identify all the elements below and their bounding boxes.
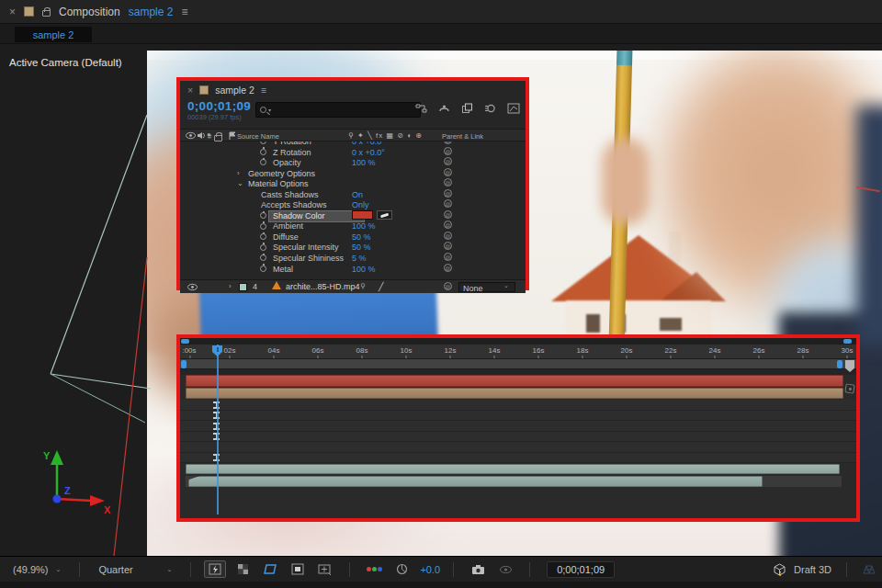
scroll-handle-right[interactable] [843, 339, 852, 344]
close-tab-icon[interactable]: × [9, 6, 16, 18]
layer-label-swatch[interactable] [239, 283, 247, 291]
eyedropper-icon[interactable] [377, 210, 392, 220]
twirl-icon[interactable]: ⌄ [237, 179, 243, 187]
parent-whip-icon[interactable]: @ [444, 178, 452, 187]
property-value[interactable]: On [352, 190, 363, 199]
fast-previews-button[interactable] [204, 560, 226, 578]
layer-source-name[interactable]: archite...85-HD.mp4 [286, 282, 360, 291]
draft-3d-label[interactable]: Draft 3D [794, 564, 831, 575]
work-area-bar[interactable] [180, 359, 856, 369]
stopwatch-icon[interactable] [260, 244, 266, 251]
property-value[interactable]: 50 % [352, 243, 371, 252]
track-row[interactable] [180, 432, 856, 443]
parent-whip-icon[interactable]: @ [444, 199, 452, 208]
label-flag-icon[interactable] [229, 131, 235, 140]
take-snapshot-button[interactable] [467, 560, 489, 578]
property-row[interactable]: Metal100 %@ [180, 264, 526, 275]
composition-name[interactable]: sample 2 [129, 6, 174, 18]
parent-whip-icon[interactable]: @ [444, 220, 452, 229]
current-timecode[interactable]: 0;00;01;09 [187, 99, 251, 113]
parent-whip-icon[interactable]: @ [444, 157, 452, 165]
show-snapshot-button[interactable] [494, 560, 516, 578]
parent-whip-icon[interactable]: @ [444, 264, 452, 272]
stopwatch-icon[interactable] [260, 159, 266, 165]
property-value[interactable]: 100 % [352, 265, 376, 274]
property-row[interactable]: Z Rotation0 x +0.0°@ [180, 147, 526, 158]
property-value[interactable]: 0 x +0.0° [352, 148, 385, 157]
timeline-panel-tab[interactable]: × sample 2 ≡ [180, 81, 526, 99]
property-row[interactable]: Ambient100 %@ [180, 220, 526, 232]
track-row[interactable] [180, 421, 856, 432]
property-value[interactable]: Only [352, 200, 369, 209]
resolution-dropdown[interactable]: Quarter ⌄ [93, 562, 177, 577]
property-row[interactable]: Specular Intensity50 %@ [180, 242, 526, 253]
search-input[interactable]: ▾ [255, 102, 421, 118]
exposure-value[interactable]: +0.0 [420, 564, 440, 575]
roi-button[interactable] [259, 560, 281, 578]
lock-icon[interactable] [42, 10, 51, 17]
parent-whip-icon[interactable]: @ [444, 189, 452, 198]
3d-layer-icon[interactable]: ⚲ [360, 282, 366, 290]
quality-icon[interactable]: ╱ [379, 282, 383, 291]
timeline-options-icon[interactable] [844, 383, 854, 393]
property-row[interactable]: Specular Shininess5 %@ [180, 253, 526, 264]
layer-bar-teal-short[interactable] [188, 476, 763, 487]
chevron-down-icon[interactable]: ⌄ [503, 282, 509, 289]
magnification-dropdown[interactable]: (49.9%) ⌄ [7, 562, 66, 577]
eye-icon[interactable] [187, 283, 198, 291]
eye-icon[interactable] [186, 131, 196, 140]
property-row[interactable]: Shadow Color@ [180, 210, 526, 221]
layer-bar-teal-long[interactable] [186, 464, 840, 474]
source-name-column-header[interactable]: Source Name [237, 132, 279, 141]
property-row[interactable]: Accepts ShadowsOnly@ [180, 199, 526, 210]
panel-menu-icon[interactable]: ≡ [261, 85, 266, 96]
mask-visibility-button[interactable] [287, 560, 309, 578]
property-row[interactable]: Diffuse50 %@ [180, 232, 526, 243]
graph-editor-icon[interactable] [507, 103, 520, 114]
region-of-interest-button[interactable] [314, 560, 336, 578]
work-area-end-handle[interactable] [837, 360, 842, 368]
stopwatch-icon[interactable] [260, 266, 266, 272]
preview-timecode[interactable]: 0;00;01;09 [547, 561, 615, 578]
expand-layer-icon[interactable]: › [229, 282, 232, 290]
property-value[interactable]: 0 x +0.0° [352, 141, 385, 146]
close-panel-icon[interactable]: × [187, 85, 193, 96]
parent-whip-icon[interactable]: @ [444, 141, 452, 144]
property-row[interactable]: Opacity100 %@ [180, 157, 526, 168]
lock-column-icon[interactable] [214, 135, 222, 141]
stopwatch-icon[interactable] [260, 212, 266, 219]
parent-whip-icon[interactable]: @ [444, 210, 452, 219]
property-row[interactable]: Casts ShadowsOn@ [180, 189, 526, 200]
motion-blur-icon[interactable] [484, 103, 496, 114]
stopwatch-icon[interactable] [260, 254, 266, 261]
work-area-start-handle[interactable] [181, 360, 187, 368]
stopwatch-icon[interactable] [260, 149, 266, 155]
parent-whip-icon[interactable]: @ [444, 253, 452, 261]
layer-bar-red[interactable] [186, 375, 843, 387]
track-row[interactable] [180, 411, 856, 422]
shadow-color-swatch[interactable] [352, 210, 373, 220]
property-value[interactable]: 5 % [352, 254, 367, 263]
parent-whip-icon[interactable]: @ [444, 242, 452, 250]
exposure-reset-button[interactable] [390, 560, 413, 578]
track-row[interactable] [180, 453, 856, 464]
panel-menu-icon[interactable]: ≡ [181, 6, 187, 18]
parent-link-column-header[interactable]: Parent & Link [442, 132, 483, 141]
layer-bar-tan[interactable] [186, 388, 843, 399]
parent-whip-icon[interactable]: @ [444, 232, 452, 240]
parent-whip-icon[interactable]: @ [444, 282, 452, 290]
stopwatch-icon[interactable] [260, 141, 266, 144]
layer-row[interactable]: › 4 archite...85-HD.mp4 ⚲ ╱ @ None ⌄ [180, 279, 526, 293]
tab-sample2[interactable]: sample 2 [15, 27, 92, 42]
stopwatch-icon[interactable] [260, 233, 266, 240]
track-row[interactable] [180, 442, 856, 453]
frame-blending-icon[interactable] [461, 103, 473, 114]
property-row[interactable]: ⌄Material Options@ [180, 178, 526, 189]
property-value[interactable]: 100 % [352, 158, 376, 167]
time-ruler[interactable]: :00s02s04s06s08s10s12s14s16s18s20s22s24s… [180, 345, 856, 359]
channel-select-button[interactable] [363, 560, 385, 578]
parent-whip-icon[interactable]: @ [444, 168, 452, 176]
transparency-grid-button[interactable] [232, 560, 254, 578]
ground-plane-grid-icon[interactable] [862, 564, 876, 575]
mini-flowchart-icon[interactable] [414, 103, 427, 114]
